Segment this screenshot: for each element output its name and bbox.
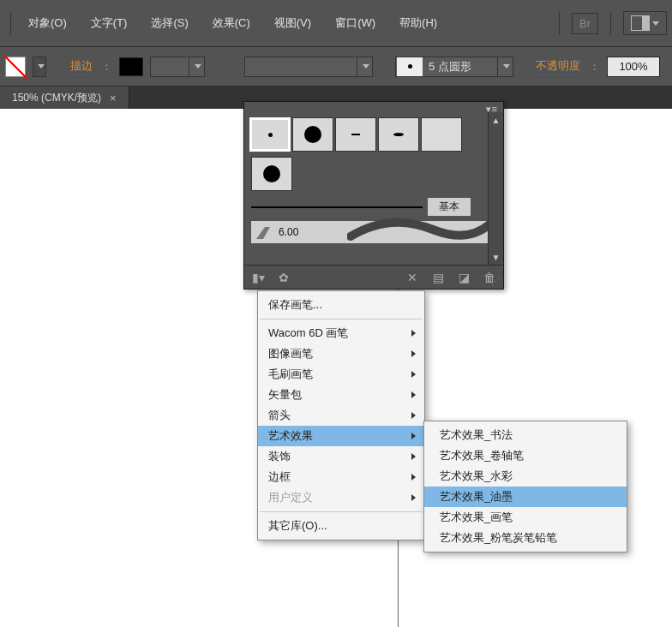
chevron-down-icon [195, 64, 201, 69]
bridge-button[interactable]: Br [572, 13, 598, 34]
brush-dash-icon [351, 134, 360, 135]
chevron-down-icon [38, 64, 45, 69]
close-icon[interactable]: × [110, 92, 117, 104]
chevron-down-icon [503, 64, 510, 69]
opacity-input[interactable]: 100% [607, 57, 660, 77]
options-bar: 描边： 5 点圆形 不透明度： 100% [0, 47, 672, 87]
menu-image-brushes[interactable]: 图像画笔 [258, 343, 424, 364]
opacity-label[interactable]: 不透明度 [536, 58, 580, 75]
menu-select[interactable]: 选择(S) [139, 10, 200, 36]
menu-effect[interactable]: 效果(C) [201, 10, 262, 36]
colon: ： [589, 59, 600, 75]
brush-dot-icon [263, 165, 280, 182]
stroke-color-swatch[interactable] [119, 57, 143, 76]
brush-swatch[interactable] [378, 117, 419, 152]
brush-dot-icon [268, 133, 273, 137]
brushes-panel: ▾≡ 基本 6.00 ▲ ▼ ▮▾ ✿ ✕ ▤ ◪ 🗑 ⋰ [243, 101, 504, 290]
menu-type[interactable]: 文字(T) [79, 10, 140, 36]
chevron-down-icon [652, 21, 659, 26]
menubar-separator [10, 12, 11, 34]
menu-window[interactable]: 窗口(W) [323, 10, 387, 36]
scroll-down-icon[interactable]: ▼ [489, 249, 503, 265]
brush-swatch[interactable] [421, 117, 462, 152]
brush-swatch[interactable] [251, 157, 292, 191]
brush-dot-icon [304, 126, 321, 143]
brush-swatch[interactable] [292, 117, 333, 152]
menu-wacom-6d[interactable]: Wacom 6D 画笔 [258, 323, 424, 343]
workspace-switcher[interactable] [623, 11, 667, 35]
menu-separator [260, 511, 423, 512]
brush-swatch[interactable] [335, 117, 376, 152]
brush-oval-icon [393, 133, 404, 136]
menu-vector-packs[interactable]: 矢量包 [258, 385, 424, 405]
options-icon[interactable]: ▤ [429, 269, 447, 286]
menu-other-library[interactable]: 其它库(O)... [258, 516, 424, 536]
menu-decorative[interactable]: 装饰 [258, 446, 424, 467]
brush-definition-dropdown[interactable]: 5 点圆形 [395, 57, 513, 77]
submenu-chalk-charcoal[interactable]: 艺术效果_粉笔炭笔铅笔 [424, 528, 627, 548]
brush-library-context-menu: 保存画笔... Wacom 6D 画笔 图像画笔 毛刷画笔 矢量包 箭头 艺术效… [257, 290, 425, 540]
submenu-paintbrush[interactable]: 艺术效果_画笔 [424, 507, 627, 528]
scroll-up-icon[interactable]: ▲ [489, 112, 503, 128]
menu-arrows[interactable]: 箭头 [258, 405, 424, 426]
brush-name-label: 5 点圆形 [423, 59, 497, 75]
submenu-watercolor[interactable]: 艺术效果_水彩 [424, 466, 627, 487]
brush-preview-icon [397, 57, 423, 76]
submenu-calligraphy[interactable]: 艺术效果_书法 [424, 425, 627, 445]
menu-user-defined: 用户定义 [258, 487, 424, 508]
menubar-separator [559, 12, 560, 34]
menu-borders[interactable]: 边框 [258, 467, 424, 487]
brush-grid [244, 112, 467, 157]
variable-width-profile-dropdown[interactable] [244, 57, 373, 77]
panel-footer: ▮▾ ✿ ✕ ▤ ◪ 🗑 ⋰ [244, 265, 503, 289]
new-brush-icon[interactable]: ◪ [455, 269, 472, 286]
menubar: 对象(O) 文字(T) 选择(S) 效果(C) 视图(V) 窗口(W) 帮助(H… [0, 0, 672, 47]
brush-libraries-icon[interactable]: ▮▾ [249, 269, 267, 286]
menu-save-brushes[interactable]: 保存画笔... [258, 295, 424, 315]
brush-stroke-row[interactable]: 6.00 [251, 221, 496, 243]
colon: ： [101, 59, 112, 75]
chevron-down-icon [363, 64, 369, 69]
basic-section-label: 基本 [428, 198, 471, 216]
stroke-preview-icon [347, 218, 493, 243]
menu-object[interactable]: 对象(O) [16, 10, 79, 36]
layout-icon [631, 15, 650, 31]
menu-bristle-brushes[interactable]: 毛刷画笔 [258, 364, 424, 385]
resize-grip-icon[interactable]: ⋰ [491, 277, 501, 287]
brush-swatch[interactable] [249, 117, 291, 152]
panel-menu-icon[interactable]: ▾≡ [486, 104, 498, 110]
menu-artistic[interactable]: 艺术效果 [258, 426, 424, 446]
fill-dropdown[interactable] [33, 57, 46, 77]
menu-view[interactable]: 视图(V) [262, 10, 323, 36]
brush-size-label: 6.00 [279, 226, 298, 238]
menu-help[interactable]: 帮助(H) [387, 10, 449, 36]
submenu-scroll-pen[interactable]: 艺术效果_卷轴笔 [424, 445, 627, 466]
fill-swatch[interactable] [5, 57, 26, 77]
panel-header: ▾≡ [244, 102, 503, 112]
calligraphic-icon [255, 224, 275, 241]
submenu-ink[interactable]: 艺术效果_油墨 [424, 487, 627, 507]
stroke-weight-dropdown[interactable] [150, 57, 205, 77]
panel-scrollbar[interactable]: ▲ ▼ [488, 112, 503, 265]
artistic-submenu: 艺术效果_书法 艺术效果_卷轴笔 艺术效果_水彩 艺术效果_油墨 艺术效果_画笔… [423, 421, 627, 552]
remove-stroke-icon[interactable]: ✕ [404, 269, 421, 286]
libraries-icon[interactable]: ✿ [275, 269, 292, 286]
document-tab-title: 150% (CMYK/预览) [12, 91, 101, 105]
menu-separator [260, 319, 423, 319]
stroke-label[interactable]: 描边 [70, 58, 93, 75]
document-tab[interactable]: 150% (CMYK/预览) × [0, 87, 129, 109]
section-divider: 基本 [251, 198, 471, 216]
menubar-separator [610, 12, 611, 34]
